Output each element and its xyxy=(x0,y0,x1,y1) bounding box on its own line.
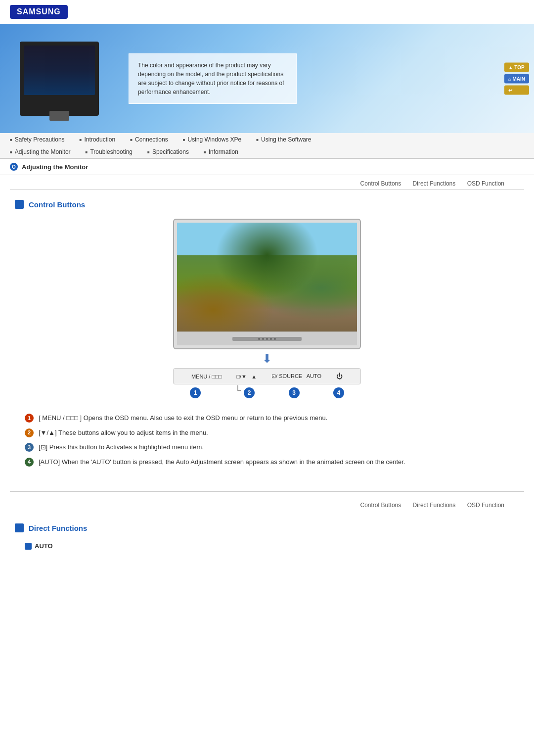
nav-safety-precautions[interactable]: Safety Precautions xyxy=(10,136,65,145)
direct-functions-section: Direct Functions AUTO xyxy=(0,514,534,555)
cs-dot-4 xyxy=(270,338,272,340)
badge-2: 2 xyxy=(25,428,34,437)
instruction-text-3: [⊡] Press this button to Activates a hig… xyxy=(39,442,204,452)
instruction-item-4: 4 [AUTO] When the 'AUTO' button is press… xyxy=(25,457,509,467)
nav-row-1: Safety Precautions Introduction Connecti… xyxy=(0,133,534,145)
btn-label-updown: □/▼ ▲ xyxy=(236,374,257,379)
instruction-text-1: [ MENU / □□□ ] Opens the OSD menu. Also … xyxy=(39,413,327,423)
section-icon xyxy=(15,200,24,209)
cs-dot-2 xyxy=(262,338,264,340)
button-num-3: 3 xyxy=(289,387,300,398)
nav-specifications[interactable]: Specifications xyxy=(147,148,189,158)
badge-3: 3 xyxy=(25,443,34,452)
badge-1: 1 xyxy=(25,414,34,423)
auto-sub-section: AUTO xyxy=(15,542,519,550)
control-buttons-heading: Control Buttons xyxy=(15,200,519,209)
arrow-down-icon: ⬇ xyxy=(163,352,371,366)
hero-description-text: The color and appearance of the product … xyxy=(138,62,284,95)
main-content: Control Buttons ⬇ xyxy=(0,190,534,481)
hero-description-box: The color and appearance of the product … xyxy=(129,53,297,104)
nav-row-2: Adjusting the Monitor Troubleshooting Sp… xyxy=(0,145,534,158)
nav-information[interactable]: Information xyxy=(204,148,238,158)
btn-label-menu: MENU / □□□ xyxy=(191,374,222,379)
cs-dot-5 xyxy=(274,338,276,340)
diagram-screen xyxy=(177,223,357,331)
badge-4: 4 xyxy=(25,458,34,467)
section-title: Control Buttons xyxy=(29,200,85,209)
auto-sub-title: AUTO xyxy=(25,542,519,550)
nav-using-software[interactable]: Using the Software xyxy=(256,136,311,145)
diagram-monitor xyxy=(173,219,361,349)
instruction-item-1: 1 [ MENU / □□□ ] Opens the OSD menu. Als… xyxy=(25,413,509,423)
nav-introduction[interactable]: Introduction xyxy=(80,136,116,145)
samsung-logo: SAMSUNG xyxy=(10,5,68,19)
btn-label-power: ⏻ xyxy=(336,373,343,380)
breadcrumb-icon: O xyxy=(10,163,18,171)
auto-sub-label: AUTO xyxy=(35,542,53,550)
button-num-2: 2 xyxy=(244,387,255,398)
cs-dot-1 xyxy=(258,338,260,340)
direct-functions-heading: Direct Functions xyxy=(15,523,519,532)
diagram-container: ⬇ MENU / □□□ □/▼ ▲ ⊡/ SOURCE AUTO ⏻ 1 └ … xyxy=(163,219,371,398)
bottom-tab-direct-functions[interactable]: Direct Functions xyxy=(413,502,456,509)
cs-dot-3 xyxy=(266,338,268,340)
instruction-text-2: [▼/▲] These buttons allow you to adjust … xyxy=(39,428,208,438)
nav-connections[interactable]: Connections xyxy=(130,136,168,145)
breadcrumb: O Adjusting the Monitor xyxy=(0,159,534,175)
tab-direct-functions[interactable]: Direct Functions xyxy=(413,180,456,187)
tab-osd-function[interactable]: OSD Function xyxy=(467,180,504,187)
breadcrumb-text: Adjusting the Monitor xyxy=(22,163,88,171)
direct-functions-title: Direct Functions xyxy=(29,524,87,532)
monitor-hero-image xyxy=(20,42,99,116)
instruction-item-3: 3 [⊡] Press this button to Activates a h… xyxy=(25,442,509,452)
button-num-1: 1 xyxy=(190,387,201,398)
auto-sub-icon xyxy=(25,543,32,550)
nav-adjusting-monitor[interactable]: Adjusting the Monitor xyxy=(10,148,71,158)
monitor-screen xyxy=(24,46,95,95)
direct-functions-icon xyxy=(15,523,24,532)
top-button[interactable]: ▲ TOP xyxy=(504,63,529,72)
nav-using-windows[interactable]: Using Windows XPe xyxy=(183,136,242,145)
bottom-tab-control-buttons[interactable]: Control Buttons xyxy=(360,502,401,509)
btn-label-source: ⊡/ SOURCE AUTO xyxy=(271,373,321,379)
tab-control-buttons[interactable]: Control Buttons xyxy=(360,180,401,187)
header: SAMSUNG xyxy=(0,0,534,24)
bottom-tab-links: Control Buttons Direct Functions OSD Fun… xyxy=(10,491,524,514)
monitor-diagram: ⬇ MENU / □□□ □/▼ ▲ ⊡/ SOURCE AUTO ⏻ 1 └ … xyxy=(15,219,519,398)
tab-links: Control Buttons Direct Functions OSD Fun… xyxy=(10,175,524,190)
main-button[interactable]: ⌂ MAIN xyxy=(504,74,529,84)
hero-nav-buttons: ▲ TOP ⌂ MAIN ↩ xyxy=(504,63,529,95)
back-button[interactable]: ↩ xyxy=(504,86,529,95)
button-num-4: 4 xyxy=(333,387,344,398)
control-strip xyxy=(232,337,302,341)
button-labels-row: MENU / □□□ □/▼ ▲ ⊡/ SOURCE AUTO ⏻ xyxy=(173,368,361,384)
diagram-bezel-bottom xyxy=(177,331,357,345)
nav-bar: Safety Precautions Introduction Connecti… xyxy=(0,133,534,159)
bottom-tab-osd-function[interactable]: OSD Function xyxy=(467,502,504,509)
garden-image xyxy=(177,223,357,331)
instructions-list: 1 [ MENU / □□□ ] Opens the OSD menu. Als… xyxy=(15,413,519,467)
instruction-text-4: [AUTO] When the 'AUTO' button is pressed… xyxy=(39,457,405,467)
hero-banner: The color and appearance of the product … xyxy=(0,24,534,133)
instruction-item-2: 2 [▼/▲] These buttons allow you to adjus… xyxy=(25,428,509,438)
monitor-stand xyxy=(49,111,69,121)
nav-troubleshooting[interactable]: Troubleshooting xyxy=(86,148,133,158)
